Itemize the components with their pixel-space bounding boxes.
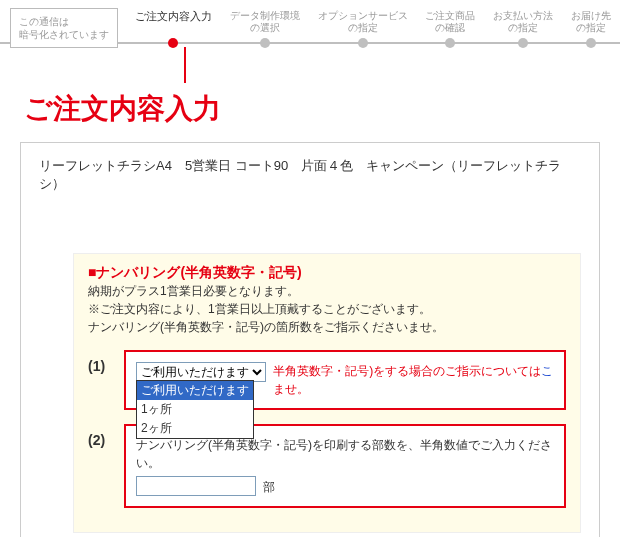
field-2-label: ナンバリング(半角英数字・記号)を印刷する部数を、半角数値でご入力ください。 [136,436,554,472]
step-dot-icon [260,38,270,48]
step-label: データ制作環境 の選択 [230,10,300,33]
numbering-places-select[interactable]: ご利用いただけます [136,362,266,382]
step-data-env[interactable]: データ制作環境 の選択 [221,10,309,50]
step-option-service[interactable]: オプションサービス の指定 [309,10,417,50]
step-dot-icon [518,38,528,48]
instruction-link[interactable]: こ [541,364,553,378]
step-label: オプションサービス の指定 [318,10,408,33]
numbering-section: ■ナンバリング(半角英数字・記号) 納期がプラス1営業日必要となります。 ※ご注… [73,253,581,533]
section-note: ナンバリング(半角英数字・記号)の箇所数をご指示くださいませ。 [88,318,566,336]
content-box: リーフレットチラシA4 5営業日 コート90 片面４色 キャンペーン（リーフレッ… [20,142,600,537]
step-order-entry[interactable]: ご注文内容入力 [126,10,221,50]
section-note: ※ご注文内容により、1営業日以上頂戴することがございます。 [88,300,566,318]
section-note: 納期がプラス1営業日必要となります。 [88,282,566,300]
section-heading: ■ナンバリング(半角英数字・記号) [88,264,566,282]
field-1-side-message: 半角英数字・記号)をする場合のご指示についてはこ ませ。 [273,362,553,398]
field-number-2: (2) [88,432,105,448]
step-dot-icon [586,38,596,48]
field-1: ご利用いただけます ご利用いただけます 1ヶ所 2ヶ所 半角英数字・記号)をする… [124,350,566,410]
select-dropdown-open: ご利用いただけます 1ヶ所 2ヶ所 [136,380,254,439]
step-dot-icon [168,38,178,48]
select-option[interactable]: 1ヶ所 [137,400,253,419]
page-title: ご注文内容入力 [24,90,620,128]
side-text: ませ。 [273,382,309,396]
quantity-unit: 部 [263,480,275,494]
select-option[interactable]: ご利用いただけます [137,381,253,400]
step-label: ご注文内容入力 [135,10,212,22]
select-option[interactable]: 2ヶ所 [137,419,253,438]
field-number-1: (1) [88,358,105,374]
step-label: ご注文商品 の確認 [425,10,475,33]
step-order-confirm[interactable]: ご注文商品 の確認 [416,10,484,50]
step-shipping[interactable]: お届け先 の指定 [562,10,620,50]
step-payment[interactable]: お支払い方法 の指定 [484,10,562,50]
ssl-notice: この通信は 暗号化されています [10,8,118,48]
active-step-pointer [184,47,186,83]
side-text: 半角英数字・記号)をする場合のご指示については [273,364,541,378]
progress-bar: この通信は 暗号化されています ご注文内容入力 データ制作環境 の選択 オプショ… [0,0,620,60]
step-label: お支払い方法 の指定 [493,10,553,33]
step-dot-icon [445,38,455,48]
step-dot-icon [358,38,368,48]
step-label: お届け先 の指定 [571,10,611,33]
product-description: リーフレットチラシA4 5営業日 コート90 片面４色 キャンペーン（リーフレッ… [39,157,581,193]
numbering-quantity-input[interactable] [136,476,256,496]
